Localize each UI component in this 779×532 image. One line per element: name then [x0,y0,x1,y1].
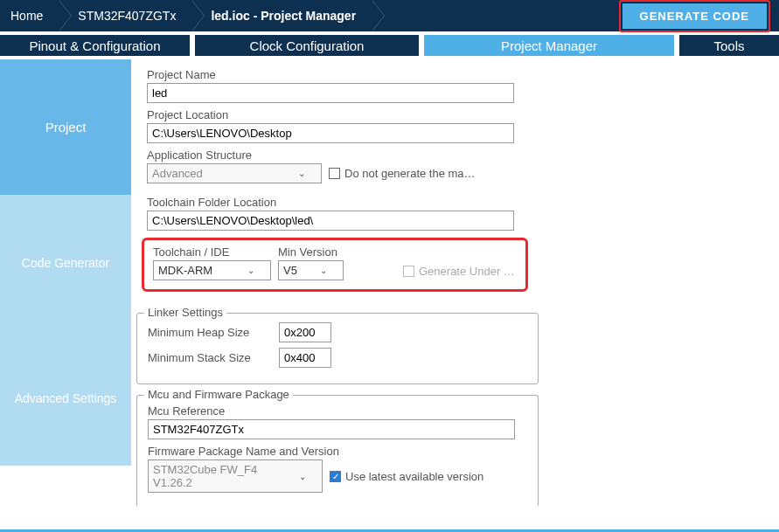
firmware-package-label: Firmware Package Name and Version [148,445,527,458]
min-heap-label: Minimum Heap Size [148,326,270,339]
project-location-input[interactable] [147,123,514,143]
linker-settings-legend: Linker Settings [144,306,226,319]
toolchain-folder-input [147,211,514,231]
sidebar-item-advanced-settings[interactable]: Advanced Settings [0,330,131,466]
min-stack-input[interactable] [279,348,331,368]
project-name-input[interactable] [147,83,514,103]
mcu-reference-label: Mcu Reference [148,404,527,418]
toolchain-highlight: Toolchain / IDE MDK-ARM⌄ Min Version V5⌄ [142,238,528,292]
breadcrumb-file[interactable]: led.ioc - Project Manager [200,0,372,31]
project-name-label: Project Name [147,68,528,81]
mcu-firmware-legend: Mcu and Firmware Package [144,388,293,401]
tab-project-manager[interactable]: Project Manager [424,35,679,56]
content-panel: Project Name Project Location Applicatio… [131,59,779,525]
sidebar: Project Code Generator Advanced Settings [0,59,131,525]
checkbox-checked-icon: ✓ [330,471,341,482]
application-structure-label: Application Structure [147,149,528,162]
generate-under-checkbox: Generate Under … [403,265,515,278]
toolchain-folder-label: Toolchain Folder Location [147,196,528,209]
breadcrumb-bar: Home STM32F407ZGTx led.ioc - Project Man… [0,0,779,31]
sidebar-item-code-generator[interactable]: Code Generator [0,195,131,330]
generate-code-highlight: GENERATE CODE [619,0,770,32]
project-location-label: Project Location [147,108,528,121]
min-version-select[interactable]: V5⌄ [278,260,344,280]
breadcrumb-home[interactable]: Home [0,0,59,31]
tab-tools[interactable]: Tools [679,35,779,56]
use-latest-version-checkbox[interactable]: ✓ Use latest available version [330,470,483,483]
tab-pinout[interactable]: Pinout & Configuration [0,35,195,56]
tab-clock[interactable]: Clock Configuration [195,35,424,56]
application-structure-select[interactable]: Advanced⌄ [147,163,322,183]
checkbox-icon [329,168,340,179]
mcu-firmware-fieldset: Mcu and Firmware Package Mcu Reference F… [136,395,539,507]
checkbox-icon [403,266,414,277]
toolchain-ide-select[interactable]: MDK-ARM⌄ [153,260,271,280]
main-tabs: Pinout & Configuration Clock Configurati… [0,31,779,59]
chevron-right-icon [372,0,384,31]
generate-code-button[interactable]: GENERATE CODE [623,3,767,29]
sidebar-item-project[interactable]: Project [0,59,131,195]
breadcrumb-chip[interactable]: STM32F407ZGTx [67,0,191,31]
mcu-reference-input [148,419,515,439]
do-not-generate-main-checkbox[interactable]: Do not generate the ma… [329,167,476,180]
min-heap-input[interactable] [279,322,331,342]
chevron-down-icon: ⌄ [299,472,306,481]
min-version-label: Min Version [278,245,344,259]
firmware-package-select[interactable]: STM32Cube FW_F4 V1.26.2⌄ [148,459,323,493]
toolchain-ide-label: Toolchain / IDE [153,245,271,259]
min-stack-label: Minimum Stack Size [148,351,270,364]
chevron-down-icon: ⌄ [320,266,327,275]
chevron-right-icon [59,0,71,31]
main-area: Project Code Generator Advanced Settings… [0,59,779,525]
chevron-down-icon: ⌄ [247,266,254,275]
chevron-right-icon [191,0,204,31]
linker-settings-fieldset: Linker Settings Minimum Heap Size Minimu… [136,313,539,384]
chevron-down-icon: ⌄ [298,169,305,178]
